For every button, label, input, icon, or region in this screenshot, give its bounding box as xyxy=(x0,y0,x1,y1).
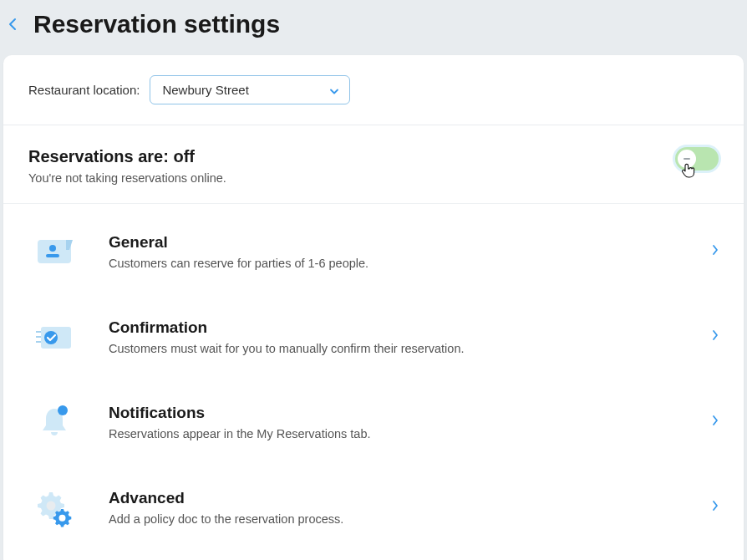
svg-point-2 xyxy=(49,245,56,252)
location-selected: Newbury Street xyxy=(162,83,248,97)
location-select[interactable]: Newbury Street xyxy=(150,75,350,104)
item-description: Customers can reserve for parties of 1-6… xyxy=(109,257,683,270)
chevron-right-icon xyxy=(712,415,719,430)
item-description: Add a policy doc to the reservation proc… xyxy=(109,512,683,526)
page-title: Reservation settings xyxy=(33,10,280,38)
item-description: Customers must wait for you to manually … xyxy=(109,342,683,355)
general-icon xyxy=(28,231,80,272)
settings-item-advanced[interactable]: Advanced Add a policy doc to the reserva… xyxy=(28,465,719,550)
item-title: Notifications xyxy=(109,404,683,422)
chevron-down-icon xyxy=(329,83,339,97)
advanced-icon xyxy=(28,486,80,528)
toggle-knob xyxy=(678,150,696,168)
settings-list: General Customers can reserve for partie… xyxy=(3,204,744,560)
location-bar: Restaurant location: Newbury Street xyxy=(3,55,744,125)
chevron-left-icon xyxy=(8,18,17,31)
settings-card: Restaurant location: Newbury Street Rese… xyxy=(3,55,744,560)
status-section: Reservations are: off You're not taking … xyxy=(3,125,744,204)
status-title: Reservations are: off xyxy=(28,147,226,166)
chevron-right-icon xyxy=(712,500,719,515)
item-title: General xyxy=(109,233,683,252)
chevron-right-icon xyxy=(712,329,719,344)
svg-point-5 xyxy=(44,331,58,344)
item-title: Advanced xyxy=(109,489,683,507)
settings-item-general[interactable]: General Customers can reserve for partie… xyxy=(28,209,719,294)
item-description: Reservations appear in the My Reservatio… xyxy=(109,427,683,440)
confirmation-icon xyxy=(28,316,80,358)
chevron-right-icon xyxy=(712,244,719,259)
svg-point-8 xyxy=(59,515,66,522)
svg-rect-3 xyxy=(46,254,59,257)
location-label: Restaurant location: xyxy=(28,83,140,97)
back-button[interactable] xyxy=(3,15,22,33)
settings-item-confirmation[interactable]: Confirmation Customers must wait for you… xyxy=(28,294,719,379)
reservations-toggle[interactable] xyxy=(675,147,719,171)
notifications-icon xyxy=(28,401,80,443)
status-description: You're not taking reservations online. xyxy=(28,171,226,185)
svg-point-7 xyxy=(47,501,56,511)
svg-point-6 xyxy=(58,405,68,415)
item-title: Confirmation xyxy=(109,318,683,337)
settings-item-notifications[interactable]: Notifications Reservations appear in the… xyxy=(28,379,719,465)
